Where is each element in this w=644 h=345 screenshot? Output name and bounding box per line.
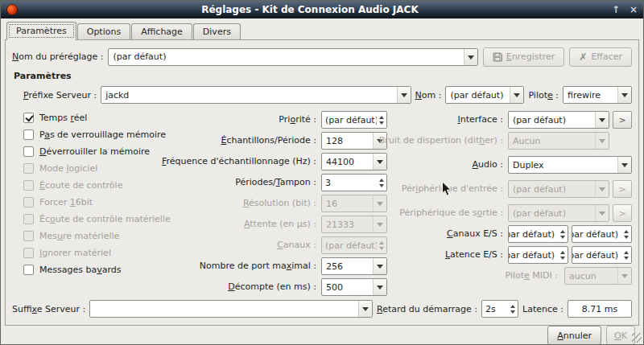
audio-combo[interactable]: Duplex: [508, 156, 632, 174]
priorite-spinbox[interactable]: (par défaut): [321, 111, 387, 129]
start-delay-spinbox[interactable]: 2s: [481, 300, 518, 318]
latence-es-out-spinbox[interactable]: (par défaut): [572, 246, 632, 264]
field-canaux: Canaux : (par défaut): [176, 236, 387, 254]
spin-arrows-icon[interactable]: [508, 301, 518, 317]
settings-dialog: Réglages - Kit de Connexion Audio JACK ↑…: [0, 0, 644, 345]
maximize-icon[interactable]: ↑: [612, 5, 620, 14]
field-periodes-tampon: Périodes/Tampon : 3: [176, 174, 387, 191]
spin-arrows-icon[interactable]: [377, 175, 386, 191]
checkbox-mesure-materielle: Mesure matérielle: [23, 229, 176, 242]
spin-arrows-icon[interactable]: [558, 247, 568, 263]
chevron-down-icon[interactable]: [617, 87, 631, 103]
checkbox-icon[interactable]: [23, 146, 34, 157]
erase-preset-button: ✗ Effacer: [569, 47, 632, 67]
field-port-maximal: Nombre de port maximal : 256: [176, 257, 387, 275]
preset-name-combo[interactable]: (par défaut): [108, 48, 477, 66]
server-suffix-combo[interactable]: [89, 300, 373, 318]
output-device-combo: (par défaut): [508, 204, 609, 222]
save-icon: [493, 52, 502, 62]
spin-arrows-icon[interactable]: [377, 112, 386, 128]
latence-es-in-spinbox[interactable]: (par défaut): [508, 246, 568, 264]
resolution-combo: 16: [321, 195, 387, 212]
cancel-button[interactable]: Annuler: [547, 326, 601, 345]
checkbox-pas-verrouillage[interactable]: Pas de verrouillage mémoire: [23, 128, 176, 141]
output-device-more-button: >: [613, 204, 632, 222]
dialog-footer: Annuler OK: [1, 326, 643, 345]
checkbox-deverrouiller-memoire[interactable]: Déverrouiller la mémoire: [23, 145, 176, 158]
input-device-combo: (par défaut): [508, 180, 609, 198]
spin-arrows-icon[interactable]: [621, 247, 631, 263]
spin-arrows-icon[interactable]: [621, 226, 631, 242]
checkbox-icon[interactable]: [23, 113, 34, 123]
canaux-spinbox: (par défaut): [321, 236, 387, 254]
tab-options[interactable]: Options: [77, 23, 130, 39]
chevron-down-icon[interactable]: [358, 301, 372, 317]
chevron-down-icon[interactable]: [595, 112, 609, 128]
preset-name-label: Nom du préréglage :: [12, 51, 103, 62]
driver-label: Pilote :: [528, 90, 559, 101]
mid-column: Priorité : (par défaut) Échantillons/Pér…: [176, 111, 387, 299]
ok-button: OK: [606, 326, 635, 345]
close-icon[interactable]: ×: [630, 5, 638, 14]
chevron-down-icon[interactable]: [464, 49, 477, 65]
field-echantillons-periode: Échantillons/Période : 128: [176, 132, 387, 150]
checkbox-icon: [23, 180, 34, 191]
field-audio: Audio : Duplex: [387, 156, 632, 174]
field-resolution: Résolution (bit) : 16: [176, 195, 387, 212]
chevron-down-icon: [595, 133, 609, 149]
interface-more-button[interactable]: >: [613, 111, 632, 129]
checkbox-mode-logiciel: Mode logiciel: [23, 162, 176, 175]
checkbox-icon: [23, 231, 34, 241]
section-title: Paramètres: [14, 71, 632, 81]
periodes-spinbox[interactable]: 3: [321, 174, 387, 191]
checkbox-temps-reel[interactable]: Temps réel: [23, 111, 176, 124]
frequence-combo[interactable]: 44100: [321, 153, 387, 170]
chevron-down-icon[interactable]: [373, 258, 386, 274]
checkbox-ecoute-materielle: Écoute de contrôle matérielle: [23, 212, 176, 225]
chevron-down-icon[interactable]: [373, 279, 386, 295]
save-preset-button: Enregistrer: [483, 47, 565, 67]
chevron-down-icon[interactable]: [510, 87, 523, 103]
checkbox-icon: [23, 163, 34, 174]
spin-arrows-icon[interactable]: [558, 226, 568, 242]
echantillons-combo[interactable]: 128: [321, 132, 387, 150]
checkbox-icon[interactable]: [23, 129, 34, 140]
checkbox-messages-bavards[interactable]: Messages bavards: [23, 263, 176, 276]
start-delay-label: Retard du démarrage :: [377, 304, 477, 314]
chevron-down-icon[interactable]: [397, 87, 411, 103]
checkbox-column: Temps réel Pas de verrouillage mémoire D…: [12, 111, 176, 299]
checkbox-icon[interactable]: [23, 265, 34, 275]
tab-bar: Paramètres Options Affichage Divers: [1, 18, 643, 39]
tab-divers[interactable]: Divers: [193, 23, 241, 39]
window-title: Réglages - Kit de Connexion Audio JACK: [18, 4, 602, 15]
chevron-down-icon[interactable]: [373, 154, 386, 170]
latency-label: Latence :: [522, 304, 564, 314]
port-maximal-combo[interactable]: 256: [321, 257, 387, 275]
interface-combo[interactable]: (par défaut): [508, 111, 609, 129]
canaux-es-in-spinbox[interactable]: (par défaut): [508, 225, 568, 243]
chevron-down-icon: [595, 181, 609, 197]
field-pilote-midi: Pilote MIDI : aucun: [387, 267, 632, 285]
field-dither: Bruit de dispertion (dither) : Aucun: [387, 132, 632, 150]
resize-grip[interactable]: [632, 333, 642, 343]
server-prefix-label: Préfixe Serveur :: [23, 90, 97, 101]
checkbox-icon: [23, 214, 34, 224]
tab-parametres[interactable]: Paramètres: [6, 22, 76, 40]
chevron-down-icon: [595, 205, 609, 221]
checkbox-forcer-16bit: Forcer 16bit: [23, 195, 176, 208]
chevron-down-icon: [373, 195, 386, 212]
decompte-combo[interactable]: 500: [321, 278, 387, 296]
titlebar[interactable]: Réglages - Kit de Connexion Audio JACK ↑…: [1, 1, 643, 18]
server-name-combo[interactable]: (par défaut): [445, 86, 524, 104]
server-suffix-label: Suffixe Serveur :: [12, 304, 85, 314]
chevron-down-icon[interactable]: [617, 157, 631, 173]
canaux-es-out-spinbox[interactable]: (par défaut): [572, 225, 632, 243]
tab-affichage[interactable]: Affichage: [131, 23, 192, 39]
right-column: Interface : (par défaut) > Bruit de disp…: [387, 111, 632, 299]
erase-preset-label: Effacer: [591, 51, 622, 62]
server-prefix-combo[interactable]: jackd: [101, 86, 411, 104]
driver-combo[interactable]: firewire: [563, 86, 632, 104]
save-preset-label: Enregistrer: [506, 51, 555, 62]
options-grid: Temps réel Pas de verrouillage mémoire D…: [12, 111, 632, 299]
checkbox-ecoute-controle: Écoute de contrôle: [23, 179, 176, 191]
